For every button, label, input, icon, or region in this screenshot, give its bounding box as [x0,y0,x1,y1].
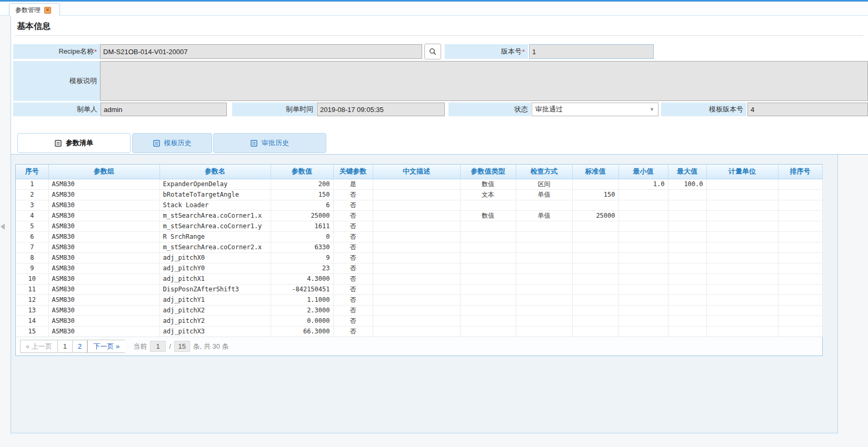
cell [668,231,706,242]
page-button-2[interactable]: 2 [72,340,87,353]
table-row[interactable]: 2ASM830bRotateToTargetAngle150否文本单值150 [16,189,822,200]
template-desc-textarea[interactable] [100,61,868,101]
cell: 12 [16,294,48,305]
cell [618,305,668,316]
recipe-name-field[interactable]: DM-S21OB-014-V01-20007 [100,44,422,59]
subtab-approval-history[interactable]: 审批历史 [213,133,326,153]
cell [373,252,460,263]
column-header-6[interactable]: 中文描述 [373,165,460,179]
cell: 100.0 [668,179,706,189]
cell: 1 [16,179,48,189]
table-row[interactable]: 9ASM830adj_pitchY023否 [16,263,822,273]
cell [572,242,618,252]
table-row[interactable]: 5ASM830m_stSearchArea.coCorner1.y1611否 [16,221,822,231]
cell [516,284,572,294]
cell: adj_pitchY0 [159,263,271,273]
column-header-8[interactable]: 检查方式 [516,165,572,179]
cell [618,252,668,263]
table-row[interactable]: 11ASM830DispPosnZAfterShift3-842150451否 [16,284,822,294]
column-header-10[interactable]: 最小值 [618,165,668,179]
cell [778,231,822,242]
column-header-7[interactable]: 参数值类型 [460,165,516,179]
column-header-5[interactable]: 关键参数 [333,165,373,179]
recipe-search-button[interactable] [424,44,441,59]
pager-summary: 当前 1 / 15 条, 共 30 条 [133,341,229,352]
column-header-9[interactable]: 标准值 [572,165,618,179]
tab-parameter-management[interactable]: 参数管理 ✕ [9,3,60,16]
column-header-4[interactable]: 参数值 [271,165,333,179]
cell: 150 [271,189,333,200]
cell [618,326,668,337]
cell [460,200,516,210]
cell: 25000 [572,210,618,221]
cell [706,252,778,263]
tab-content-region: 序号参数组参数名参数值关键参数中文描述参数值类型检查方式标准值最小值最大值计量单… [11,155,838,433]
current-page-input[interactable]: 1 [150,341,166,352]
collapse-panel-handle[interactable] [1,224,5,230]
column-header-1[interactable]: 序号 [16,165,48,179]
table-row[interactable]: 15ASM830adj_pitchX366.3000否 [16,326,822,337]
cell [373,200,460,210]
cell: 否 [333,242,373,252]
grid-header-row: 序号参数组参数名参数值关键参数中文描述参数值类型检查方式标准值最小值最大值计量单… [16,165,822,179]
total-count-text: 条, 共 30 条 [193,342,229,351]
status-label: 状态 [448,103,531,116]
cell [668,252,706,263]
subtab-parameter-list[interactable]: 参数清单 [17,133,131,153]
cell: 6 [271,200,333,210]
table-row[interactable]: 6ASM830R SrchRange0否 [16,231,822,242]
table-row[interactable]: 12ASM830adj_pitchY11.1000否 [16,294,822,305]
cell [668,284,706,294]
cell: ASM830 [48,263,159,273]
column-header-3[interactable]: 参数名 [159,165,271,179]
template-version-field[interactable]: 4 [747,103,868,116]
subtab-template-history[interactable]: 模板历史 [132,133,212,153]
cell: 14 [16,316,48,326]
column-header-12[interactable]: 计量单位 [706,165,778,179]
next-page-button[interactable]: 下一页 » [87,340,125,353]
table-row[interactable]: 3ASM830Stack Loader6否 [16,200,822,210]
cell [706,305,778,316]
cell [668,316,706,326]
cell: 否 [333,316,373,326]
table-row[interactable]: 14ASM830adj_pitchY20.0000否 [16,316,822,326]
page-size-input[interactable]: 15 [174,341,190,352]
cell: 9 [271,252,333,263]
cell [572,326,618,337]
table-row[interactable]: 10ASM830adj_pitchX14.3000否 [16,273,822,284]
cell [618,210,668,221]
cell [706,231,778,242]
creator-field[interactable]: admin [101,103,227,116]
cell [778,210,822,221]
prev-page-button[interactable]: « 上一页 [20,340,57,353]
table-row[interactable]: 7ASM830m_stSearchArea.coCorner2.x6330否 [16,242,822,252]
table-row[interactable]: 13ASM830adj_pitchX22.3000否 [16,305,822,316]
list-icon [251,140,257,147]
cell [618,273,668,284]
cell [668,263,706,273]
version-field[interactable]: 1 [529,44,654,59]
cell [668,242,706,252]
column-header-13[interactable]: 排序号 [778,165,822,179]
column-header-11[interactable]: 最大值 [668,165,706,179]
cell [572,221,618,231]
title-divider [15,35,863,36]
cell: 2 [16,189,48,200]
cell [572,231,618,242]
cell [460,294,516,305]
create-time-field[interactable]: 2019-08-17 09:05:35 [317,103,445,116]
cell: ASM830 [48,252,159,263]
column-header-2[interactable]: 参数组 [48,165,159,179]
close-icon[interactable]: ✕ [44,7,51,14]
cell [373,242,460,252]
cell: adj_pitchX1 [159,273,271,284]
page-button-1[interactable]: 1 [57,340,72,353]
table-row[interactable]: 4ASM830m_stSearchArea.coCorner1.x25000否数… [16,210,822,221]
table-row[interactable]: 8ASM830adj_pitchX09否 [16,252,822,263]
cell [778,305,822,316]
table-row[interactable]: 1ASM830ExpanderOpenDelay200是数值区间1.0100.0 [16,179,822,189]
cell [460,316,516,326]
status-select[interactable]: 审批通过▼ [532,103,659,116]
cell [778,273,822,284]
cell [778,200,822,210]
